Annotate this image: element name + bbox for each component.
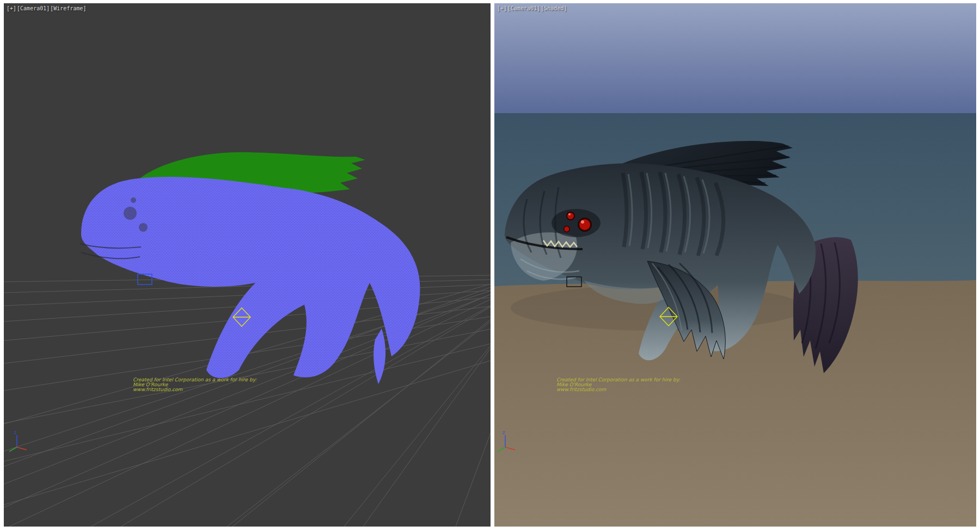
axis-z-label: z [14,430,16,435]
watermark-text: Created for Intel Corporation as a work … [133,378,256,392]
watermark-line-3: www.fritzstudio.com [556,387,680,392]
viewport-menu-camera[interactable]: [Camera01] [17,5,50,11]
viewport-menu-mode[interactable]: [Shaded] [541,5,567,11]
sky [494,3,976,113]
viewport-shaded[interactable]: z [+][Camera01][Shaded] Created for Inte… [494,3,976,527]
axis-z-label: z [503,430,505,435]
watermark-line-3: www.fritzstudio.com [133,387,256,392]
dual-viewport-canvas: z [+][Camera01][Wireframe] Created for I… [0,0,980,532]
eye-socket-shadow [552,209,601,237]
viewport-menu-mode[interactable]: [Wireframe] [50,5,86,11]
viewport-menu-plus[interactable]: [+] [7,5,16,11]
viewport-menu-plus[interactable]: [+] [497,5,507,11]
wireframe-scene: z [4,3,491,527]
viewport-menu-camera[interactable]: [Camera01] [507,5,540,11]
shaded-scene: z [494,3,976,527]
fish-tail-tip[interactable] [373,329,385,384]
viewport-label: [+][Camera01][Shaded] [497,5,567,11]
viewport-splitter[interactable] [491,3,494,527]
viewport-wireframe[interactable]: z [+][Camera01][Wireframe] Created for I… [4,3,491,527]
watermark-text: Created for Intel Corporation as a work … [556,378,680,392]
fish-model-wireframe[interactable] [80,152,420,384]
viewport-label: [+][Camera01][Wireframe] [7,5,87,11]
